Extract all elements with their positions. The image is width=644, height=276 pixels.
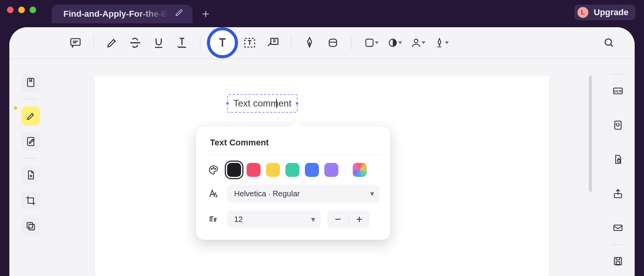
titlebar: Find-and-Apply-For-the-Be L Upgrade [0, 0, 644, 23]
color-row [207, 163, 380, 177]
size-row: 12 ▾ − + [207, 210, 380, 228]
text-comment-popover: Text Comment [196, 126, 390, 240]
svg-point-22 [215, 168, 216, 169]
svg-rect-17 [614, 225, 622, 231]
svg-rect-14 [615, 121, 621, 129]
popover-title: Text Comment [210, 138, 376, 148]
svg-rect-3 [329, 39, 337, 47]
shape-color-button[interactable] [358, 31, 381, 54]
sidebar-bookmarks-button[interactable] [21, 73, 40, 92]
font-row: Helvetica · Regular ▾ [207, 185, 380, 203]
svg-rect-15 [618, 160, 620, 162]
sidebar-layers-button[interactable] [21, 217, 40, 236]
sidebar-highlight-button[interactable] [21, 107, 40, 125]
svg-rect-10 [27, 223, 33, 228]
text-comment-button[interactable] [207, 27, 238, 58]
sidebar-refresh-button[interactable] [609, 116, 627, 135]
font-size-increase-button[interactable]: + [349, 210, 370, 228]
sidebar-mail-button[interactable] [609, 218, 627, 237]
sidebar-save-button[interactable] [609, 252, 627, 271]
person-button[interactable] [404, 31, 428, 54]
pencil-icon[interactable] [175, 9, 183, 19]
upgrade-button[interactable]: L Upgrade [574, 5, 635, 20]
text-comment-value-wrap: Text comment [233, 98, 291, 109]
svg-point-20 [211, 168, 212, 169]
text-comment-box[interactable]: Text comment [227, 94, 298, 113]
circle-color-button[interactable] [381, 31, 404, 54]
eraser-button[interactable] [321, 31, 345, 54]
sidebar-lock-button[interactable] [609, 150, 627, 169]
svg-rect-0 [71, 38, 80, 45]
search-button[interactable] [597, 31, 621, 54]
traffic-close-icon[interactable] [7, 7, 14, 13]
document-tab-label: Find-and-Apply-For-the-Be [63, 9, 168, 19]
resize-handle-right[interactable] [295, 101, 299, 105]
vertical-scrollbar[interactable] [589, 75, 592, 192]
window-controls [7, 0, 36, 23]
sidebar-crop-button[interactable] [21, 191, 40, 210]
svg-rect-18 [614, 258, 622, 265]
svg-rect-1 [245, 38, 255, 47]
strikethrough-button[interactable] [124, 31, 147, 54]
callout-button[interactable] [261, 31, 285, 54]
sign-button[interactable] [428, 31, 451, 54]
svg-rect-8 [28, 79, 34, 87]
resize-handle-left[interactable] [226, 101, 229, 105]
sidebar-share-button[interactable] [609, 184, 627, 203]
svg-point-6 [414, 39, 418, 43]
squiggly-underline-button[interactable] [170, 31, 194, 54]
text-box-button[interactable] [238, 31, 261, 54]
chevron-down-icon: ▾ [370, 189, 374, 198]
svg-text:OCR: OCR [614, 89, 622, 93]
pen-button[interactable] [298, 31, 321, 54]
font-family-value: Helvetica · Regular [234, 189, 300, 198]
traffic-minimize-icon[interactable] [18, 7, 25, 13]
font-size-stepper: − + [327, 210, 370, 228]
upgrade-label: Upgrade [594, 7, 628, 17]
active-indicator-icon [14, 107, 17, 110]
tabstrip: Find-and-Apply-For-the-Be [52, 0, 215, 23]
sidebar-file-button[interactable] [21, 166, 40, 184]
underline-button[interactable] [147, 31, 170, 54]
sidebar-ocr-button[interactable]: OCR [609, 82, 627, 100]
text-comment-value[interactable]: Text comment [233, 98, 291, 108]
highlighter-button[interactable] [100, 31, 124, 54]
font-size-value: 12 [234, 215, 243, 224]
chevron-down-icon: ▾ [311, 215, 315, 224]
svg-rect-4 [366, 39, 373, 47]
font-size-decrease-button[interactable]: − [327, 210, 348, 228]
sidebar-edit-button[interactable] [21, 132, 40, 151]
comment-bubble-button[interactable] [64, 31, 87, 54]
color-swatch-teal[interactable] [285, 163, 299, 177]
right-sidebar: OCR [601, 59, 635, 276]
color-swatch-custom[interactable] [353, 163, 367, 177]
svg-rect-11 [29, 224, 34, 230]
text-caret-icon [276, 99, 277, 108]
top-toolbar [9, 27, 635, 59]
palette-icon [207, 164, 220, 175]
svg-rect-12 [614, 88, 623, 94]
color-swatch-purple[interactable] [324, 163, 338, 177]
svg-rect-16 [614, 194, 622, 198]
font-family-select[interactable]: Helvetica · Regular ▾ [227, 185, 380, 203]
color-swatch-blue[interactable] [305, 163, 319, 177]
color-swatch-yellow[interactable] [266, 163, 280, 177]
font-size-select[interactable]: 12 ▾ [227, 210, 320, 228]
avatar: L [578, 7, 588, 18]
traffic-zoom-icon[interactable] [30, 7, 36, 13]
font-size-icon [207, 214, 220, 224]
font-icon [207, 189, 220, 199]
svg-point-21 [213, 167, 214, 168]
svg-rect-9 [28, 138, 34, 146]
left-sidebar [9, 27, 52, 276]
app-panel: OCR [9, 27, 635, 276]
body: OCR [9, 59, 635, 276]
svg-rect-19 [616, 262, 620, 264]
color-swatch-red[interactable] [247, 163, 261, 177]
document-tab[interactable]: Find-and-Apply-For-the-Be [52, 5, 192, 23]
svg-point-5 [389, 39, 397, 47]
svg-point-7 [605, 39, 611, 45]
color-swatch-black[interactable] [227, 163, 241, 177]
document-page[interactable]: Text comment Text Comment [95, 75, 549, 276]
new-tab-button[interactable] [196, 5, 215, 23]
